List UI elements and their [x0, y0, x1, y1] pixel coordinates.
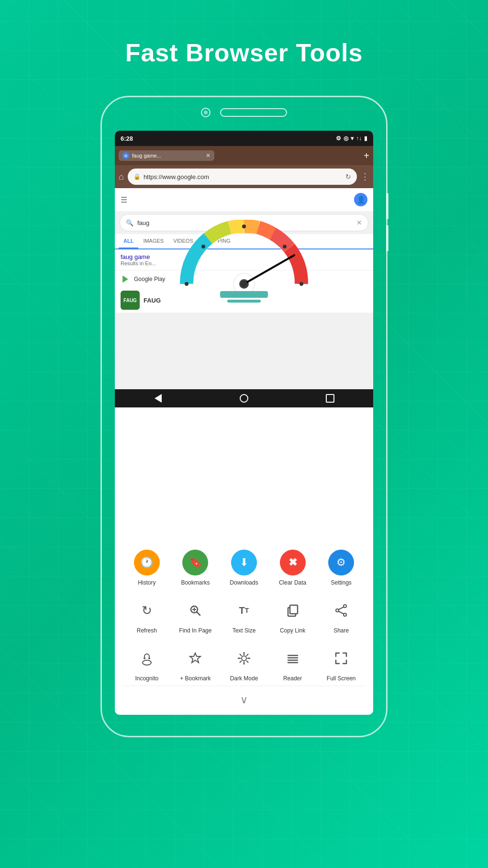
gplay-text: Google Play	[134, 276, 165, 282]
svg-line-35	[246, 661, 248, 663]
new-tab-button[interactable]: +	[364, 150, 369, 161]
chevron-row: ∨	[122, 692, 366, 710]
menu-item-dark-mode[interactable]: Dark Mode	[225, 645, 263, 682]
menu-item-copy-link[interactable]: Copy Link	[274, 597, 312, 634]
svg-point-5	[299, 282, 303, 286]
browser-content: ☰ 👤 🔍 faug ✕ ALL IMAGES VIDEOS SHOPPING …	[115, 188, 373, 389]
menu-item-incognito[interactable]: Incognito	[128, 645, 166, 682]
full-screen-icon	[328, 645, 354, 671]
phone-nav-bar	[115, 389, 373, 407]
svg-line-21	[339, 607, 344, 609]
menu-item-share[interactable]: Share	[322, 597, 360, 634]
text-size-icon: TT	[231, 597, 257, 623]
copy-link-label: Copy Link	[280, 627, 305, 634]
svg-point-2	[201, 245, 205, 248]
chevron-down-icon[interactable]: ∨	[240, 694, 248, 706]
menu-item-settings[interactable]: ⚙ Settings	[322, 550, 360, 586]
speedometer-svg	[167, 207, 321, 303]
browser-tab[interactable]: G faug game... ✕	[119, 150, 214, 161]
recent-nav-button[interactable]	[325, 393, 335, 404]
add-bookmark-icon	[182, 645, 208, 671]
tab-all[interactable]: ALL	[119, 234, 138, 248]
settings-status-icon: ⚙	[336, 135, 341, 142]
settings-icon: ⚙	[336, 556, 346, 569]
svg-point-26	[144, 657, 145, 659]
svg-line-8	[244, 255, 294, 284]
lock-icon: 🔒	[133, 173, 141, 180]
svg-point-20	[336, 609, 339, 612]
menu-row-3: Incognito + Bookmark Dark Mode	[122, 645, 366, 682]
refresh-label: Refresh	[137, 627, 157, 634]
user-avatar[interactable]: 👤	[354, 193, 367, 206]
menu-item-history[interactable]: 🕐 History	[128, 550, 166, 586]
menu-item-find-in-page[interactable]: Find In Page	[176, 597, 214, 634]
svg-point-19	[344, 613, 346, 616]
full-screen-label: Full Screen	[327, 675, 356, 682]
refresh-status-icon: ◎	[344, 135, 348, 142]
svg-point-18	[344, 605, 346, 608]
camera-icon	[201, 108, 211, 117]
tab-title: faug game...	[132, 153, 203, 158]
refresh-icon: ↻	[134, 597, 160, 623]
home-button[interactable]: ⌂	[119, 172, 124, 182]
downloads-label: Downloads	[230, 579, 258, 586]
share-icon	[328, 597, 354, 623]
clear-data-icon-bg: ✖	[280, 550, 306, 575]
menu-item-refresh[interactable]: ↻ Refresh	[128, 597, 166, 634]
settings-label: Settings	[331, 579, 351, 586]
menu-item-downloads[interactable]: ⬇ Downloads	[225, 550, 263, 586]
svg-rect-17	[290, 605, 298, 614]
tab-bar: G faug game... ✕ +	[115, 146, 373, 165]
svg-line-34	[240, 654, 241, 656]
wifi-icon: ▾	[351, 135, 354, 142]
menu-row-1: 🕐 History 🔖 Bookmarks ⬇ Downloads	[122, 550, 366, 586]
reload-button[interactable]: ↻	[345, 173, 351, 180]
home-nav-button[interactable]	[239, 393, 249, 404]
back-nav-button[interactable]	[153, 393, 163, 404]
incognito-label: Incognito	[135, 675, 158, 682]
text-size-label: Text Size	[233, 627, 256, 634]
svg-point-3	[242, 225, 246, 228]
battery-icon: ▮	[364, 135, 367, 142]
menu-divider	[122, 686, 366, 686]
phone-screen: 6:28 ⚙ ◎ ▾ ↑↓ ▮ G faug game... ✕ + ⌂ 🔒 h	[115, 131, 373, 715]
tab-favicon: G	[122, 152, 129, 159]
browser-menu-button[interactable]: ⋮	[361, 171, 369, 182]
speedometer-overlay	[167, 207, 321, 313]
tab-images[interactable]: IMAGES	[138, 234, 168, 248]
history-icon: 🕐	[140, 556, 153, 569]
menu-item-reader[interactable]: Reader	[274, 645, 312, 682]
url-input[interactable]: 🔒 https://www.google.com ↻	[128, 169, 357, 185]
svg-line-37	[240, 661, 241, 663]
reader-icon	[280, 645, 306, 671]
svg-line-36	[246, 654, 248, 656]
faug-thumbnail: FAUG	[121, 291, 140, 310]
clear-data-icon: ✖	[288, 556, 297, 569]
side-buttons	[386, 193, 388, 251]
svg-marker-28	[190, 653, 200, 663]
google-play-icon	[121, 274, 130, 284]
status-icons: ⚙ ◎ ▾ ↑↓ ▮	[336, 135, 367, 142]
url-text: https://www.google.com	[144, 173, 343, 180]
menu-item-clear-data[interactable]: ✖ Clear Data	[274, 550, 312, 586]
menu-item-full-screen[interactable]: Full Screen	[322, 645, 360, 682]
find-in-page-label: Find In Page	[179, 627, 211, 634]
svg-rect-11	[227, 300, 261, 303]
hamburger-icon[interactable]: ☰	[121, 195, 127, 204]
menu-item-add-bookmark[interactable]: + Bookmark	[176, 645, 214, 682]
menu-item-text-size[interactable]: TT Text Size	[225, 597, 263, 634]
downloads-icon: ⬇	[240, 556, 248, 569]
search-icon: 🔍	[126, 219, 133, 226]
history-label: History	[138, 579, 155, 586]
dark-mode-label: Dark Mode	[230, 675, 258, 682]
signal-icon: ↑↓	[356, 135, 362, 142]
volume-down-btn	[386, 225, 388, 251]
clear-search-button[interactable]: ✕	[356, 219, 362, 226]
menu-item-bookmarks[interactable]: 🔖 Bookmarks	[176, 550, 214, 586]
svg-point-29	[242, 656, 246, 661]
svg-line-22	[339, 611, 344, 614]
tab-close-button[interactable]: ✕	[206, 152, 211, 159]
incognito-icon	[134, 645, 160, 671]
copy-link-icon	[280, 597, 306, 623]
speaker-bar	[220, 108, 287, 117]
